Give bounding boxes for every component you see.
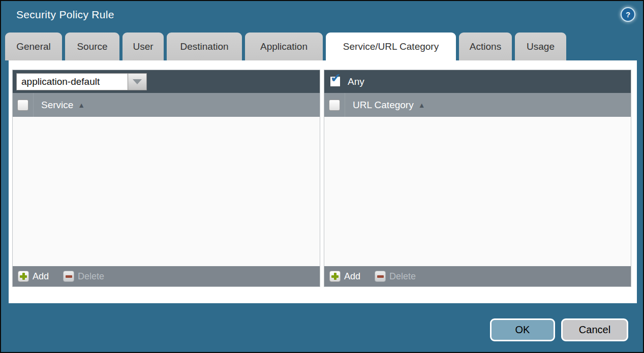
service-add-button[interactable]: Add xyxy=(18,271,49,282)
tab-service-url-category[interactable]: Service/URL Category xyxy=(326,33,456,60)
add-plus-icon xyxy=(329,271,341,282)
tab-bar: General Source User Destination Applicat… xyxy=(5,33,566,60)
service-delete-button[interactable]: Delete xyxy=(63,271,104,282)
url-category-toolbar: ✔ Any xyxy=(324,70,631,93)
checkmark-icon: ✔ xyxy=(330,72,341,84)
url-category-column-header[interactable]: URL Category ▲ xyxy=(345,100,425,111)
url-category-panel-footer: Add Delete xyxy=(324,266,631,286)
tab-application[interactable]: Application xyxy=(245,33,323,60)
tab-user[interactable]: User xyxy=(122,33,164,60)
cancel-button[interactable]: Cancel xyxy=(561,318,628,341)
url-category-add-button[interactable]: Add xyxy=(329,271,360,282)
url-category-delete-button[interactable]: Delete xyxy=(375,271,416,282)
any-checkbox[interactable]: ✔ xyxy=(329,76,341,87)
sort-asc-icon: ▲ xyxy=(418,101,425,109)
delete-minus-icon xyxy=(63,271,74,282)
url-category-column-label: URL Category xyxy=(353,100,414,111)
chevron-down-icon xyxy=(133,79,142,84)
service-toolbar: application-default xyxy=(13,70,320,93)
help-glyph: ? xyxy=(626,10,630,19)
service-panel: application-default Service ▲ xyxy=(12,70,320,287)
tab-source[interactable]: Source xyxy=(65,33,119,60)
service-column-label: Service xyxy=(41,100,73,111)
help-icon[interactable]: ? xyxy=(621,7,635,22)
service-panel-footer: Add Delete xyxy=(13,266,320,286)
security-policy-rule-dialog: Security Policy Rule ? General Source Us… xyxy=(1,1,643,352)
sort-asc-icon: ▲ xyxy=(78,101,85,109)
delete-minus-icon xyxy=(375,271,386,282)
url-category-table-body xyxy=(324,117,631,266)
tab-destination[interactable]: Destination xyxy=(167,33,242,60)
add-plus-icon xyxy=(18,271,29,282)
url-category-select-all-cell xyxy=(324,93,345,117)
ok-button[interactable]: OK xyxy=(490,318,555,341)
page-title: Security Policy Rule xyxy=(16,9,114,21)
tab-content-area: application-default Service ▲ xyxy=(9,60,637,303)
service-table-body xyxy=(13,117,320,266)
any-checkbox-label: Any xyxy=(348,76,364,87)
dropdown-arrow-button[interactable] xyxy=(128,73,147,90)
url-category-panel: ✔ Any URL Category ▲ Add xyxy=(324,70,631,287)
service-select-all-cell xyxy=(13,93,34,117)
url-category-table-header: URL Category ▲ xyxy=(324,93,631,117)
url-category-select-all-checkbox[interactable] xyxy=(329,100,340,111)
tab-general[interactable]: General xyxy=(5,33,62,60)
service-type-dropdown-value[interactable]: application-default xyxy=(16,73,128,90)
service-type-dropdown[interactable]: application-default xyxy=(16,73,147,90)
service-select-all-checkbox[interactable] xyxy=(17,100,28,111)
service-table-header: Service ▲ xyxy=(13,93,320,117)
service-column-header[interactable]: Service ▲ xyxy=(34,100,85,111)
tab-actions[interactable]: Actions xyxy=(459,33,512,60)
tab-usage[interactable]: Usage xyxy=(515,33,566,60)
